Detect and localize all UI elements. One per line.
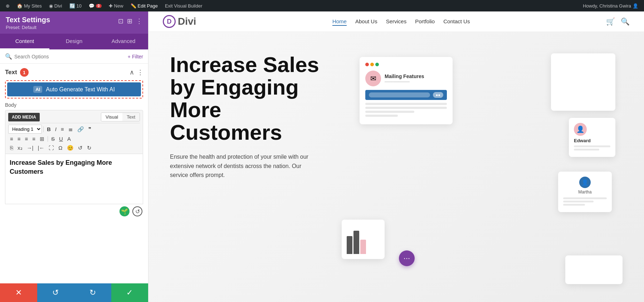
section-header: Text 1 ∧ ⋮ [5, 68, 143, 77]
ai-generate-button[interactable]: AI Auto Generate Text With AI [7, 82, 141, 96]
comments-count: 10 [77, 3, 82, 9]
comments-count-item[interactable]: 🔄 10 [67, 0, 84, 11]
toolbar-sep-1 [43, 126, 44, 132]
chart-bars [347, 229, 380, 254]
cancel-button[interactable]: ✕ [0, 283, 37, 302]
filter-button[interactable]: + Filter [128, 54, 143, 59]
card-user-edward: 👤 Edward [569, 118, 615, 157]
my-sites-item[interactable]: 🏠 My Sites [14, 0, 45, 11]
align-center-button[interactable]: ≡ [16, 135, 23, 143]
right-content: D Divi Home About Us Services Portfolio … [148, 11, 644, 302]
redo-button[interactable]: ↻ [74, 283, 111, 302]
unordered-list-button[interactable]: ≡ [59, 125, 66, 133]
align-justify-button[interactable]: ≡ [30, 135, 37, 143]
ai-button-label: Auto Generate Text With AI [46, 86, 115, 93]
card-line-3 [365, 111, 414, 113]
comment-icon: 💬 [89, 3, 94, 9]
tab-advanced[interactable]: Advanced [99, 34, 148, 49]
comments-badge: 0 [96, 4, 102, 8]
emoji-button[interactable]: 😊 [65, 144, 75, 152]
edit-page-label: Edit Page [138, 3, 158, 9]
ordered-list-button[interactable]: ≣ [67, 125, 75, 133]
nav-contact[interactable]: Contact Us [443, 18, 470, 24]
link-button[interactable]: 🔗 [75, 125, 86, 133]
special-char-button[interactable]: Ω [57, 144, 64, 152]
indent-button[interactable]: →| [25, 144, 35, 152]
add-media-button[interactable]: ADD MEDIA [8, 113, 40, 121]
ai-button-wrap: AI Auto Generate Text With AI [5, 80, 143, 99]
new-item[interactable]: ✚ New [106, 0, 126, 11]
strikethrough-button[interactable]: S [49, 135, 57, 143]
split-icon[interactable]: ⊞ [127, 17, 132, 25]
cart-icon[interactable]: 🛒 [606, 17, 615, 26]
section-menu-icon[interactable]: ⋮ [137, 68, 143, 76]
nav-portfolio[interactable]: Portfolio [415, 18, 435, 24]
align-right-button[interactable]: ≡ [23, 135, 30, 143]
card-lines [365, 103, 447, 117]
fab-button[interactable]: ··· [399, 250, 415, 266]
align-left-button[interactable]: ≡ [8, 135, 15, 143]
undo-editor-button[interactable]: ↺ [76, 144, 84, 152]
outdent-button[interactable]: |← [36, 144, 46, 152]
bold-button[interactable]: B [45, 125, 53, 133]
comments-item[interactable]: 💬 0 [86, 0, 104, 11]
card-line-2 [365, 107, 447, 109]
hero-title: Increase Sales by Engaging More Customer… [170, 53, 327, 144]
wordpress-icon-item[interactable]: ⊕ [3, 0, 13, 11]
more-icon[interactable]: ⋮ [136, 17, 142, 25]
divi-item[interactable]: ◉ Divi [46, 0, 65, 11]
redo-editor-button[interactable]: ↻ [85, 144, 93, 152]
plant-icon-button[interactable]: 🌱 [119, 206, 130, 216]
tab-content[interactable]: Content [0, 34, 49, 49]
card-bottom-right [565, 255, 623, 284]
text-color-button[interactable]: A [65, 135, 73, 143]
tab-visual[interactable]: Visual [101, 113, 122, 121]
martha-line-1 [563, 197, 607, 199]
plus-icon: ✚ [109, 3, 113, 9]
fullscreen-editor-button[interactable]: ⛶ [47, 144, 56, 152]
chevron-up-icon[interactable]: ∧ [130, 68, 134, 76]
card-line-4 [365, 115, 398, 117]
nav-about[interactable]: About Us [355, 18, 377, 24]
toolbar-row-1: Heading 1 B I ≡ ≣ 🔗 ❞ [8, 125, 140, 134]
search-icon: 🔍 [5, 53, 12, 60]
search-input[interactable] [14, 54, 125, 59]
paste-button[interactable]: ⎘ [8, 144, 15, 152]
exit-builder-label: Exit Visual Builder [165, 3, 203, 9]
admin-bar-right: Howdy, Christina Gwira 👤 [580, 0, 641, 11]
blockquote-button[interactable]: ❞ [87, 125, 93, 133]
edward-avatar: 👤 [574, 123, 587, 136]
martha-avatar-wrap: 👤 [563, 177, 607, 190]
tab-design[interactable]: Design [49, 34, 99, 49]
subscript-button[interactable]: x₂ [16, 144, 24, 152]
search-nav-icon[interactable]: 🔍 [621, 17, 630, 26]
edit-page-item[interactable]: ✏️ Edit Page [128, 0, 161, 11]
edward-name: Edward [574, 138, 610, 143]
save-button[interactable]: ✓ [111, 283, 148, 302]
martha-name: Martha [563, 190, 607, 195]
panel-header-icons: ⊡ ⊞ ⋮ [118, 17, 142, 25]
martha-line-2 [563, 201, 594, 202]
fullscreen-icon[interactable]: ⊡ [118, 17, 123, 25]
user-avatar-icon: 👤 [633, 3, 638, 9]
tab-text[interactable]: Text [122, 113, 140, 121]
editor-content[interactable]: Increase Sales by Engaging More Customer… [5, 154, 143, 204]
underline-button[interactable]: U [57, 135, 65, 143]
panel-preset[interactable]: Preset: Default [6, 25, 50, 30]
chart-bar-2 [353, 231, 359, 254]
rotate-icon-button[interactable]: ↺ [132, 206, 142, 216]
divi-label: Divi [54, 3, 62, 9]
hero-right: ✉ Mailing Features ───────── ●● [342, 53, 623, 288]
hero-subtitle: Ensure the health and protection of your… [170, 152, 313, 180]
nav-services[interactable]: Services [386, 18, 407, 24]
italic-button[interactable]: I [53, 125, 58, 133]
heading-select[interactable]: Heading 1 [8, 125, 42, 134]
card-mailing-content: ✉ Mailing Features ───────── [365, 71, 447, 86]
howdy-item[interactable]: Howdy, Christina Gwira 👤 [580, 0, 641, 11]
toolbar-row-top: ADD MEDIA Visual Text [8, 112, 140, 123]
table-button[interactable]: ⊞ [38, 135, 46, 143]
nav-home[interactable]: Home [332, 18, 347, 26]
ai-icon: AI [33, 86, 42, 93]
exit-builder-item[interactable]: Exit Visual Builder [162, 0, 205, 11]
undo-button[interactable]: ↺ [37, 283, 74, 302]
